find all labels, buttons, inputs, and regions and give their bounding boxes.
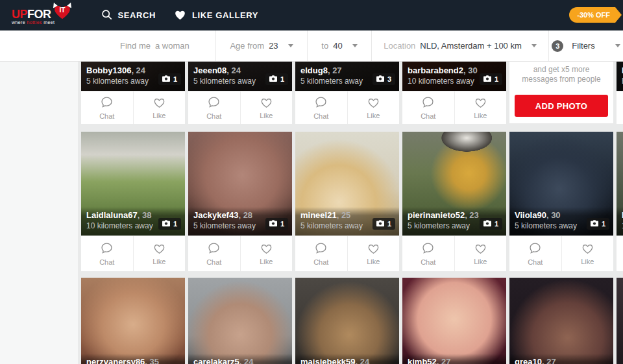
like-button[interactable]: Like bbox=[455, 91, 507, 124]
chat-button[interactable]: Chat bbox=[617, 236, 623, 271]
profile-photo[interactable]: carelakarz5, 24 bbox=[188, 278, 292, 364]
chat-button[interactable]: Chat bbox=[81, 236, 133, 271]
like-button[interactable]: Like bbox=[348, 91, 400, 124]
logo-heart-icon: IT bbox=[52, 2, 73, 22]
profile-card[interactable]: L1ChatLike bbox=[617, 132, 623, 271]
main-nav: SEARCH LIKE GALLERY bbox=[83, 9, 259, 22]
age-from-dropdown[interactable]: Age from 23 bbox=[215, 30, 307, 61]
find-me-filter[interactable]: Find me a woman bbox=[120, 30, 215, 61]
heart-outline-icon bbox=[153, 96, 166, 110]
profile-card[interactable]: Jackykef43, 285 kilometers away1ChatLike bbox=[188, 132, 292, 271]
camera-icon bbox=[269, 220, 277, 228]
profile-name: carelakarz5 bbox=[193, 357, 239, 364]
profile-age: , 25 bbox=[337, 210, 351, 220]
profile-card[interactable]: grea10, 27 bbox=[509, 278, 613, 364]
chevron-down-icon bbox=[531, 44, 537, 47]
filter-bar: Find me a woman Age from 23 to 40 Locati… bbox=[0, 30, 623, 62]
filters-count-badge: 3 bbox=[552, 40, 563, 52]
profile-card[interactable]: maisiebekk59, 24 bbox=[295, 278, 399, 364]
profile-photo[interactable]: Jackykef43, 285 kilometers away1 bbox=[188, 132, 292, 236]
chat-button[interactable]: Chat bbox=[81, 91, 133, 124]
profile-name: Jackykef43 bbox=[193, 210, 238, 220]
nav-search[interactable]: SEARCH bbox=[101, 9, 156, 22]
profile-info: carelakarz5, 24 bbox=[188, 354, 292, 364]
profile-card[interactable]: PBChatLike bbox=[617, 62, 623, 124]
like-label: Like bbox=[153, 112, 165, 119]
profile-photo[interactable]: PB bbox=[617, 62, 623, 91]
chat-button[interactable]: Chat bbox=[509, 236, 561, 271]
chat-button[interactable]: Chat bbox=[188, 236, 240, 271]
photo-count-badge: 1 bbox=[158, 218, 181, 230]
profile-card[interactable] bbox=[617, 278, 623, 364]
profile-age: , 27 bbox=[437, 357, 451, 364]
nav-like-gallery[interactable]: LIKE GALLERY bbox=[174, 9, 258, 22]
chat-label: Chat bbox=[313, 112, 328, 120]
profile-photo[interactable]: pierinanieto52, 235 kilometers away1 bbox=[402, 132, 506, 236]
profile-photo[interactable] bbox=[617, 278, 623, 364]
card-row: nerzvanersy86, 35carelakarz5, 24maisiebe… bbox=[81, 278, 623, 364]
profile-card[interactable]: barbarabend2, 3010 kilometers away1ChatL… bbox=[402, 62, 506, 124]
profile-age: , 30 bbox=[546, 210, 561, 220]
profile-photo[interactable]: Jeeen08, 245 kilometers away1 bbox=[188, 62, 292, 91]
profile-photo[interactable]: eldug8, 275 kilometers away3 bbox=[295, 62, 399, 91]
profile-photo[interactable]: L1 bbox=[617, 132, 623, 236]
chat-bubble-icon bbox=[314, 241, 328, 257]
camera-icon bbox=[269, 75, 277, 83]
profile-card[interactable]: Laidlaluna67, 3810 kilometers away1ChatL… bbox=[81, 132, 185, 271]
profile-card[interactable]: kimb52, 27 bbox=[402, 278, 506, 364]
profile-card[interactable]: carelakarz5, 24 bbox=[188, 278, 292, 364]
search-icon bbox=[101, 9, 112, 22]
location-dropdown[interactable]: Location NLD, Amsterdam + 100 km bbox=[371, 30, 548, 61]
chat-label: Chat bbox=[528, 258, 543, 266]
profile-age: , 24 bbox=[356, 357, 370, 364]
age-to-dropdown[interactable]: to 40 bbox=[307, 30, 371, 61]
profile-photo[interactable]: mineel21, 255 kilometers away1 bbox=[295, 132, 399, 236]
heart-outline-icon bbox=[367, 96, 380, 110]
camera-icon bbox=[162, 220, 170, 228]
profile-info: kimb52, 27 bbox=[402, 354, 506, 364]
add-photo-button[interactable]: ADD PHOTO bbox=[515, 95, 608, 117]
chat-label: Chat bbox=[99, 112, 114, 120]
chat-button[interactable]: Chat bbox=[188, 91, 240, 124]
camera-icon bbox=[162, 75, 170, 83]
profile-photo[interactable]: grea10, 27 bbox=[509, 278, 613, 364]
chat-button[interactable]: Chat bbox=[295, 91, 347, 124]
filters-dropdown[interactable]: 3 Filters bbox=[548, 30, 623, 61]
like-button[interactable]: Like bbox=[241, 236, 293, 271]
add-photo-promo-card: and get x5 more messages from peopleADD … bbox=[509, 62, 613, 123]
profile-photo[interactable]: barbarabend2, 3010 kilometers away1 bbox=[402, 62, 506, 91]
profile-photo[interactable]: maisiebekk59, 24 bbox=[295, 278, 399, 364]
profile-age: , 38 bbox=[138, 210, 152, 220]
discount-badge[interactable]: -30% OFF bbox=[569, 7, 615, 23]
profile-age: , 30 bbox=[463, 66, 478, 75]
profile-age: , 28 bbox=[238, 210, 252, 220]
logo[interactable]: UP FOR IT where hotties meet bbox=[12, 6, 73, 25]
like-button[interactable]: Like bbox=[455, 236, 507, 271]
chat-button[interactable]: Chat bbox=[295, 236, 347, 271]
like-button[interactable]: Like bbox=[562, 236, 614, 271]
like-label: Like bbox=[367, 112, 380, 119]
chat-button[interactable]: Chat bbox=[617, 91, 623, 124]
profile-name: pierinanieto52 bbox=[408, 210, 465, 220]
profile-photo[interactable]: Viiola90, 305 kilometers away1 bbox=[509, 132, 613, 236]
profile-card[interactable]: Viiola90, 305 kilometers away1ChatLike bbox=[509, 132, 613, 271]
chat-button[interactable]: Chat bbox=[402, 91, 454, 124]
profile-card[interactable]: mineel21, 255 kilometers away1ChatLike bbox=[295, 132, 399, 271]
photo-count-badge: 1 bbox=[480, 73, 502, 85]
like-button[interactable]: Like bbox=[241, 91, 293, 124]
like-button[interactable]: Like bbox=[348, 236, 400, 271]
photo-count: 1 bbox=[495, 220, 498, 228]
profile-photo[interactable]: Laidlaluna67, 3810 kilometers away1 bbox=[81, 132, 185, 236]
like-button[interactable]: Like bbox=[134, 91, 186, 124]
chevron-down-icon bbox=[352, 44, 358, 47]
profile-photo[interactable]: kimb52, 27 bbox=[402, 278, 506, 364]
chat-button[interactable]: Chat bbox=[402, 236, 454, 271]
profile-card[interactable]: pierinanieto52, 235 kilometers away1Chat… bbox=[402, 132, 506, 271]
profile-card[interactable]: eldug8, 275 kilometers away3ChatLike bbox=[295, 62, 399, 124]
profile-photo[interactable]: nerzvanersy86, 35 bbox=[81, 278, 185, 364]
profile-photo[interactable]: Bobby1306, 245 kilometers away1 bbox=[81, 62, 185, 91]
profile-card[interactable]: nerzvanersy86, 35 bbox=[81, 278, 185, 364]
profile-card[interactable]: Jeeen08, 245 kilometers away1ChatLike bbox=[188, 62, 292, 124]
profile-card[interactable]: Bobby1306, 245 kilometers away1ChatLike bbox=[81, 62, 185, 124]
like-button[interactable]: Like bbox=[134, 236, 186, 271]
